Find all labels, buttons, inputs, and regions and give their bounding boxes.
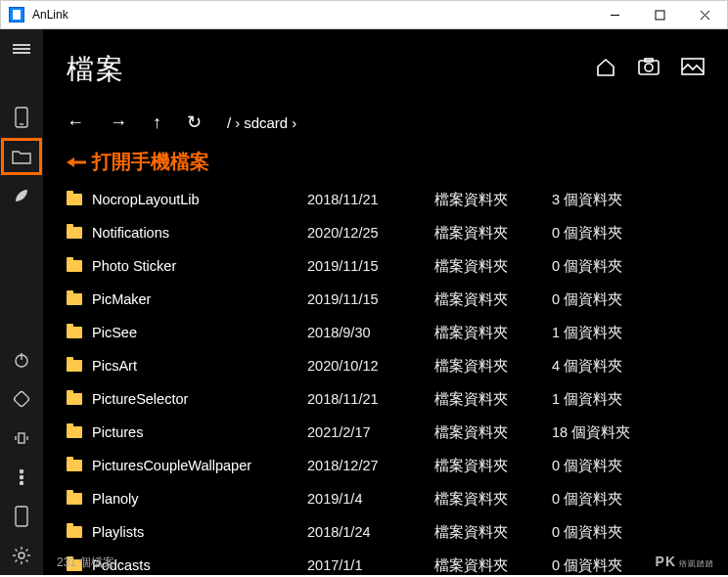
svg-rect-1 bbox=[656, 11, 664, 20]
file-type: 檔案資料夾 bbox=[434, 257, 552, 276]
file-name: Playlists bbox=[92, 524, 307, 540]
file-date: 2019/1/4 bbox=[307, 491, 434, 507]
table-row[interactable]: Playlists2018/1/24檔案資料夾0 個資料夾 bbox=[67, 515, 705, 549]
nav-toolbar: ← → ↑ ↻ / › sdcard › bbox=[67, 108, 705, 137]
up-button[interactable]: ↑ bbox=[153, 112, 161, 133]
folder-icon bbox=[67, 327, 92, 338]
refresh-button[interactable]: ↻ bbox=[187, 111, 202, 133]
file-type: 檔案資料夾 bbox=[434, 324, 552, 342]
rotate-icon[interactable] bbox=[0, 379, 43, 419]
file-date: 2019/11/15 bbox=[307, 258, 434, 274]
content-area: 檔案 ← → ↑ ↻ / › sdcard › 打開手機檔案 NocropLay… bbox=[43, 29, 728, 575]
file-date: 2018/12/27 bbox=[307, 458, 434, 473]
brand-watermark: PK 痞凱踏踏 bbox=[656, 554, 714, 569]
file-type: 檔案資料夾 bbox=[434, 523, 552, 542]
table-row[interactable]: Pictures2021/2/17檔案資料夾18 個資料夾 bbox=[67, 416, 705, 449]
svg-point-11 bbox=[20, 475, 23, 478]
folder-icon bbox=[67, 194, 92, 205]
back-button[interactable]: ← bbox=[67, 112, 84, 133]
device-icon[interactable] bbox=[0, 497, 43, 536]
file-info: 0 個資料夾 bbox=[552, 490, 660, 509]
folder-icon bbox=[67, 393, 92, 405]
file-date: 2018/1/24 bbox=[307, 524, 434, 540]
file-name: Podcasts bbox=[92, 557, 307, 573]
file-name: Pictures bbox=[92, 424, 307, 440]
table-row[interactable]: Planoly2019/1/4檔案資料夾0 個資料夾 bbox=[67, 482, 705, 515]
sound-icon[interactable] bbox=[0, 419, 43, 458]
file-info: 4 個資料夾 bbox=[552, 357, 660, 376]
file-name: Planoly bbox=[92, 491, 307, 507]
svg-point-10 bbox=[20, 469, 23, 472]
image-icon[interactable] bbox=[681, 58, 705, 81]
brand-name: PK bbox=[656, 554, 676, 569]
file-list[interactable]: NocropLayoutLib2018/11/21檔案資料夾3 個資料夾Noti… bbox=[67, 183, 705, 575]
svg-rect-15 bbox=[639, 61, 659, 74]
file-type: 檔案資料夾 bbox=[434, 290, 552, 309]
folder-icon bbox=[67, 260, 92, 272]
file-type: 檔案資料夾 bbox=[434, 423, 552, 442]
table-row[interactable]: Photo Sticker2019/11/15檔案資料夾0 個資料夾 bbox=[67, 249, 705, 283]
folder-icon bbox=[67, 227, 92, 239]
table-row[interactable]: PictureSelector2018/11/21檔案資料夾1 個資料夾 bbox=[67, 382, 705, 416]
svg-point-12 bbox=[20, 481, 23, 484]
breadcrumb-current: sdcard bbox=[244, 114, 288, 131]
table-row[interactable]: PicsArt2020/10/12檔案資料夾4 個資料夾 bbox=[67, 349, 705, 382]
file-info: 1 個資料夾 bbox=[552, 324, 660, 342]
leaf-icon[interactable] bbox=[0, 176, 43, 215]
svg-point-14 bbox=[19, 553, 24, 558]
file-type: 檔案資料夾 bbox=[434, 457, 552, 475]
file-type: 檔案資料夾 bbox=[434, 490, 552, 509]
file-info: 0 個資料夾 bbox=[552, 457, 660, 475]
breadcrumb[interactable]: / › sdcard › bbox=[227, 114, 296, 131]
settings-icon[interactable] bbox=[0, 536, 43, 575]
svg-rect-9 bbox=[19, 433, 24, 443]
file-name: PicMaker bbox=[92, 291, 307, 307]
file-type: 檔案資料夾 bbox=[434, 390, 552, 409]
window-title: AnLink bbox=[32, 8, 68, 22]
folder-icon bbox=[67, 460, 92, 471]
forward-button[interactable]: → bbox=[110, 112, 127, 133]
file-info: 0 個資料夾 bbox=[552, 556, 660, 575]
file-name: PicsArt bbox=[92, 358, 307, 374]
camera-icon[interactable] bbox=[638, 58, 660, 81]
file-date: 2019/11/15 bbox=[307, 291, 434, 307]
files-icon[interactable] bbox=[0, 137, 43, 176]
table-row[interactable]: Podcasts2017/1/1檔案資料夾0 個資料夾 bbox=[67, 549, 705, 575]
table-row[interactable]: PicturesCoupleWallpaper2018/12/27檔案資料夾0 … bbox=[67, 449, 705, 482]
table-row[interactable]: NocropLayoutLib2018/11/21檔案資料夾3 個資料夾 bbox=[67, 183, 705, 216]
folder-icon bbox=[67, 293, 92, 305]
file-name: PicturesCoupleWallpaper bbox=[92, 458, 307, 473]
file-date: 2018/11/21 bbox=[307, 391, 434, 407]
annotation-text: 打開手機檔案 bbox=[92, 149, 209, 175]
menu-icon[interactable] bbox=[0, 29, 43, 68]
svg-rect-8 bbox=[14, 391, 30, 408]
file-date: 2017/1/1 bbox=[307, 557, 434, 573]
svg-rect-13 bbox=[16, 507, 27, 526]
file-date: 2020/10/12 bbox=[307, 358, 434, 374]
table-row[interactable]: Notifications2020/12/25檔案資料夾0 個資料夾 bbox=[67, 216, 705, 249]
window-controls bbox=[592, 0, 727, 29]
home-icon[interactable] bbox=[595, 58, 616, 81]
more-icon[interactable] bbox=[0, 458, 43, 497]
status-text: 231 個檔案 bbox=[57, 555, 114, 571]
file-date: 2018/11/21 bbox=[307, 192, 434, 207]
sidebar bbox=[0, 29, 43, 575]
maximize-button[interactable] bbox=[637, 0, 682, 29]
folder-icon bbox=[67, 360, 92, 372]
table-row[interactable]: PicMaker2019/11/15檔案資料夾0 個資料夾 bbox=[67, 283, 705, 316]
file-info: 18 個資料夾 bbox=[552, 423, 660, 442]
folder-icon bbox=[67, 426, 92, 438]
table-row[interactable]: PicSee2018/9/30檔案資料夾1 個資料夾 bbox=[67, 316, 705, 349]
file-date: 2018/9/30 bbox=[307, 325, 434, 340]
minimize-button[interactable] bbox=[592, 0, 637, 29]
file-name: NocropLayoutLib bbox=[92, 192, 307, 207]
close-button[interactable] bbox=[682, 0, 727, 29]
file-type: 檔案資料夾 bbox=[434, 224, 552, 243]
folder-icon bbox=[67, 526, 92, 538]
file-type: 檔案資料夾 bbox=[434, 191, 552, 209]
file-info: 3 個資料夾 bbox=[552, 191, 660, 209]
phone-icon[interactable] bbox=[0, 98, 43, 137]
svg-point-16 bbox=[645, 64, 653, 71]
file-date: 2020/12/25 bbox=[307, 225, 434, 241]
power-icon[interactable] bbox=[0, 340, 43, 379]
